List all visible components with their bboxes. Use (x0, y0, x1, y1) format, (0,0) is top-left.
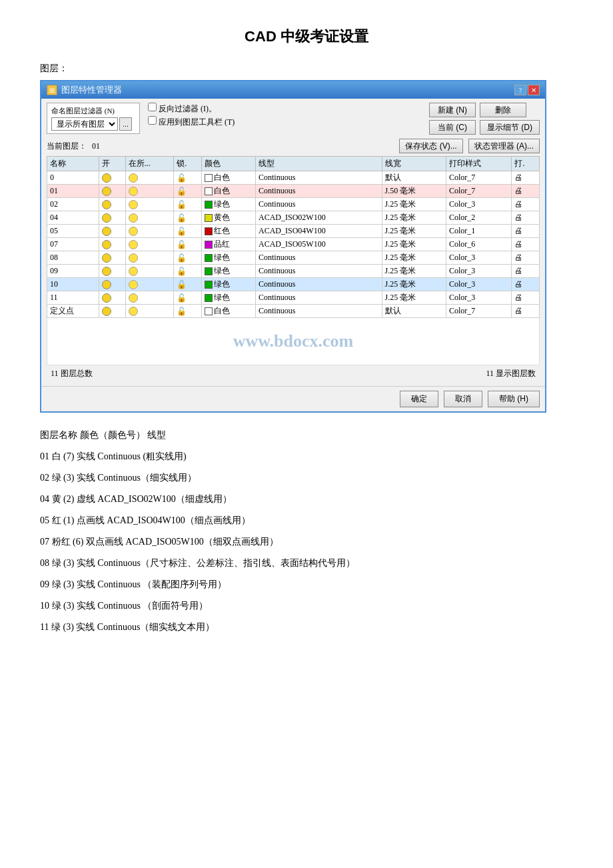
help-window-btn[interactable]: ? (514, 85, 526, 95)
cell-print[interactable]: 🖨 (512, 265, 540, 278)
cell-freeze[interactable] (125, 305, 174, 318)
filter-checkbox2-label[interactable]: 应用到图层工具栏 (T) (148, 116, 235, 128)
cell-on[interactable] (99, 211, 125, 225)
cell-lock[interactable]: 🔓 (174, 211, 202, 225)
cell-freeze[interactable] (125, 211, 174, 225)
cell-print[interactable]: 🖨 (512, 291, 540, 305)
cell-lock[interactable]: 🔓 (174, 265, 202, 278)
layer-table: 名称 开 在所... 锁. 颜色 线型 线宽 打印样式 打. 0🔓白色Conti… (47, 156, 540, 318)
cell-color[interactable]: 绿色 (201, 265, 255, 278)
cell-lock[interactable]: 🔓 (174, 238, 202, 251)
cell-lock[interactable]: 🔓 (174, 291, 202, 305)
col-color: 颜色 (201, 157, 255, 171)
cell-freeze[interactable] (125, 225, 174, 238)
cell-on[interactable] (99, 238, 125, 251)
table-row[interactable]: 09🔓绿色ContinuousJ.25 毫米Color_3🖨 (47, 265, 540, 278)
cell-color[interactable]: 绿色 (201, 251, 255, 265)
cell-color[interactable]: 白色 (201, 305, 255, 318)
current-layer-label: 当前图层： (47, 141, 87, 152)
table-row[interactable]: 04🔓黄色ACAD_ISO02W100J.25 毫米Color_2🖨 (47, 211, 540, 225)
cell-color[interactable]: 白色 (201, 171, 255, 185)
cell-freeze[interactable] (125, 265, 174, 278)
filter-dropdown[interactable]: 显示所有图层 (51, 117, 118, 131)
table-row[interactable]: 02🔓绿色ContinuousJ.25 毫米Color_3🖨 (47, 198, 540, 211)
state-manager-btn[interactable]: 状态管理器 (A)... (468, 139, 540, 153)
cancel-btn[interactable]: 取消 (444, 391, 482, 407)
cell-color[interactable]: 白色 (201, 185, 255, 198)
cell-print[interactable]: 🖨 (512, 278, 540, 291)
cell-on[interactable] (99, 198, 125, 211)
cell-color[interactable]: 黄色 (201, 211, 255, 225)
table-row[interactable]: 01🔓白色ContinuousJ.50 毫米Color_7🖨 (47, 185, 540, 198)
cell-lock[interactable]: 🔓 (174, 305, 202, 318)
cell-on[interactable] (99, 171, 125, 185)
cell-freeze[interactable] (125, 238, 174, 251)
cell-on[interactable] (99, 185, 125, 198)
cell-lock[interactable]: 🔓 (174, 225, 202, 238)
color-name: 白色 (214, 306, 230, 315)
cell-print[interactable]: 🖨 (512, 211, 540, 225)
table-row[interactable]: 11🔓绿色ContinuousJ.25 毫米Color_3🖨 (47, 291, 540, 305)
table-row[interactable]: 07🔓品红ACAD_ISO05W100J.25 毫米Color_6🖨 (47, 238, 540, 251)
save-state-btn[interactable]: 保存状态 (V)... (399, 139, 462, 153)
cell-freeze[interactable] (125, 185, 174, 198)
window-controls: ? ✕ (514, 85, 540, 95)
table-row[interactable]: 0🔓白色Continuous默认Color_7🖨 (47, 171, 540, 185)
table-row[interactable]: 定义点🔓白色Continuous默认Color_7🖨 (47, 305, 540, 318)
table-row[interactable]: 08🔓绿色ContinuousJ.25 毫米Color_3🖨 (47, 251, 540, 265)
cell-linetype: Continuous (255, 251, 382, 265)
cell-print[interactable]: 🖨 (512, 305, 540, 318)
show-details-btn[interactable]: 显示细节 (D) (480, 120, 540, 135)
cell-freeze[interactable] (125, 278, 174, 291)
cell-color[interactable]: 绿色 (201, 198, 255, 211)
filter-checkbox2[interactable] (148, 116, 157, 125)
filter-browse-btn[interactable]: ... (119, 117, 132, 131)
cell-freeze[interactable] (125, 198, 174, 211)
help-btn[interactable]: 帮助 (H) (488, 391, 540, 407)
filter-checkbox1[interactable] (148, 103, 157, 111)
cell-on[interactable] (99, 291, 125, 305)
cell-on[interactable] (99, 225, 125, 238)
table-row[interactable]: 05🔓红色ACAD_ISO04W100J.25 毫米Color_1🖨 (47, 225, 540, 238)
cell-color[interactable]: 绿色 (201, 278, 255, 291)
new-layer-btn[interactable]: 新建 (N) (429, 103, 476, 117)
color-name: 绿色 (214, 253, 230, 262)
color-swatch (205, 254, 213, 262)
freeze-icon (129, 267, 138, 276)
freeze-icon (129, 240, 138, 249)
layer-count-label: 11 图层总数 (51, 368, 93, 379)
filter-checkbox1-label[interactable]: 反向过滤器 (I)。 (148, 103, 235, 115)
delete-layer-btn[interactable]: 删除 (480, 103, 526, 117)
ok-btn[interactable]: 确定 (400, 391, 438, 407)
cell-lock[interactable]: 🔓 (174, 251, 202, 265)
cell-color[interactable]: 品红 (201, 238, 255, 251)
printer-icon: 🖨 (514, 279, 522, 289)
table-row[interactable]: 10🔓绿色ContinuousJ.25 毫米Color_3🖨 (47, 278, 540, 291)
cell-print[interactable]: 🖨 (512, 185, 540, 198)
cell-print[interactable]: 🖨 (512, 225, 540, 238)
cell-lock[interactable]: 🔓 (174, 198, 202, 211)
cell-print-style: Color_7 (446, 185, 512, 198)
cell-freeze[interactable] (125, 171, 174, 185)
cell-color[interactable]: 红色 (201, 225, 255, 238)
cell-freeze[interactable] (125, 251, 174, 265)
cell-print[interactable]: 🖨 (512, 198, 540, 211)
bulb-on-icon (102, 187, 111, 196)
close-window-btn[interactable]: ✕ (528, 85, 540, 95)
filter-checkboxes: 反向过滤器 (I)。 应用到图层工具栏 (T) (148, 103, 235, 129)
current-layer-btn[interactable]: 当前 (C) (429, 120, 476, 135)
cell-on[interactable] (99, 251, 125, 265)
cell-on[interactable] (99, 305, 125, 318)
desc-04: 04 黄 (2) 虚线 ACAD_ISO02W100（细虚线用） (40, 490, 573, 509)
cell-lock[interactable]: 🔓 (174, 278, 202, 291)
cell-print[interactable]: 🖨 (512, 251, 540, 265)
cell-freeze[interactable] (125, 291, 174, 305)
cell-on[interactable] (99, 278, 125, 291)
cell-print[interactable]: 🖨 (512, 171, 540, 185)
cell-lock[interactable]: 🔓 (174, 171, 202, 185)
page-title: CAD 中级考证设置 (40, 27, 573, 47)
cell-on[interactable] (99, 265, 125, 278)
cell-print[interactable]: 🖨 (512, 238, 540, 251)
cell-lock[interactable]: 🔓 (174, 185, 202, 198)
cell-color[interactable]: 绿色 (201, 291, 255, 305)
